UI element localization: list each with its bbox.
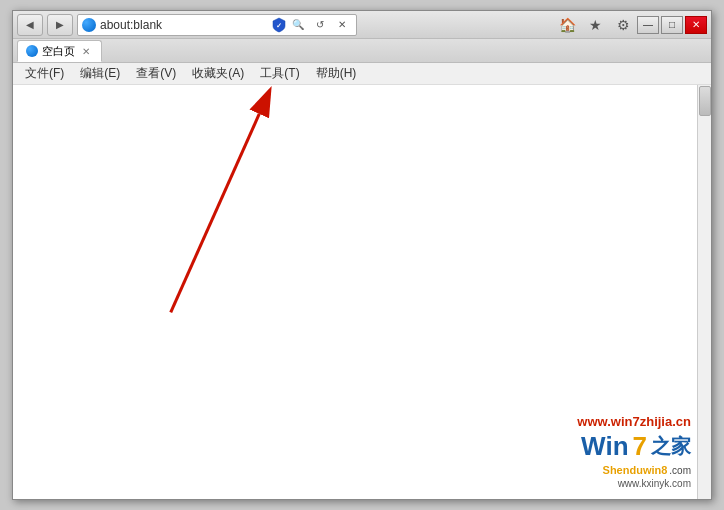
watermark-sub: Shenduwin8 .com [603,464,691,476]
watermark-logo-row: Win 7 之家 [581,431,691,462]
watermark-shendu: Shenduwin8 [603,464,668,476]
forward-button[interactable]: ▶ [47,14,73,36]
menu-tools[interactable]: 工具(T) [252,63,307,84]
refresh-btn[interactable]: ↺ [310,15,330,35]
ie-icon [82,18,96,32]
back-button[interactable]: ◀ [17,14,43,36]
address-actions: ✓ 🔍 ↺ ✕ [272,15,352,35]
stop-btn[interactable]: ✕ [332,15,352,35]
svg-text:✓: ✓ [276,22,282,29]
tab-label: 空白页 [42,44,75,59]
title-bar: ◀ ▶ about:blank ✓ 🔍 ↺ ✕ [13,11,711,39]
maximize-button[interactable]: □ [661,16,683,34]
browser-window: ◀ ▶ about:blank ✓ 🔍 ↺ ✕ [12,10,712,500]
scrollbar-vertical[interactable] [697,85,711,499]
tab-bar: 空白页 ✕ [13,39,711,63]
svg-line-2 [171,114,260,312]
search-btn[interactable]: 🔍 [288,15,308,35]
favorites-button[interactable]: ★ [583,13,607,37]
tab-ie-icon [26,45,38,57]
toolbar-right: 🏠 ★ ⚙ [555,13,635,37]
watermark-url1: www.win7zhijia.cn [577,414,691,429]
address-bar[interactable]: about:blank ✓ 🔍 ↺ ✕ [77,14,357,36]
watermark-win: Win [581,431,628,462]
menu-bar: 文件(F) 编辑(E) 查看(V) 收藏夹(A) 工具(T) 帮助(H) [13,63,711,85]
menu-edit[interactable]: 编辑(E) [72,63,128,84]
minimize-button[interactable]: — [637,16,659,34]
watermark-home: 之家 [651,433,691,460]
address-text: about:blank [100,18,268,32]
title-bar-left: ◀ ▶ about:blank ✓ 🔍 ↺ ✕ [17,14,357,36]
menu-view[interactable]: 查看(V) [128,63,184,84]
shield-icon: ✓ [272,17,286,33]
tab-blank-page[interactable]: 空白页 ✕ [17,40,102,62]
home-button[interactable]: 🏠 [555,13,579,37]
watermark-dotcom: .com [669,465,691,476]
watermark-area: www.win7zhijia.cn Win 7 之家 Shenduwin8 .c… [577,414,691,489]
content-area: www.win7zhijia.cn Win 7 之家 Shenduwin8 .c… [13,85,711,499]
window-controls: 🏠 ★ ⚙ — □ ✕ [551,13,707,37]
menu-file[interactable]: 文件(F) [17,63,72,84]
watermark-url2: www.kxinyk.com [618,478,691,489]
close-button[interactable]: ✕ [685,16,707,34]
tab-close-button[interactable]: ✕ [79,44,93,58]
scrollbar-thumb[interactable] [699,86,711,116]
watermark-7: 7 [633,431,647,462]
menu-help[interactable]: 帮助(H) [308,63,365,84]
menu-favorites[interactable]: 收藏夹(A) [184,63,252,84]
settings-button[interactable]: ⚙ [611,13,635,37]
